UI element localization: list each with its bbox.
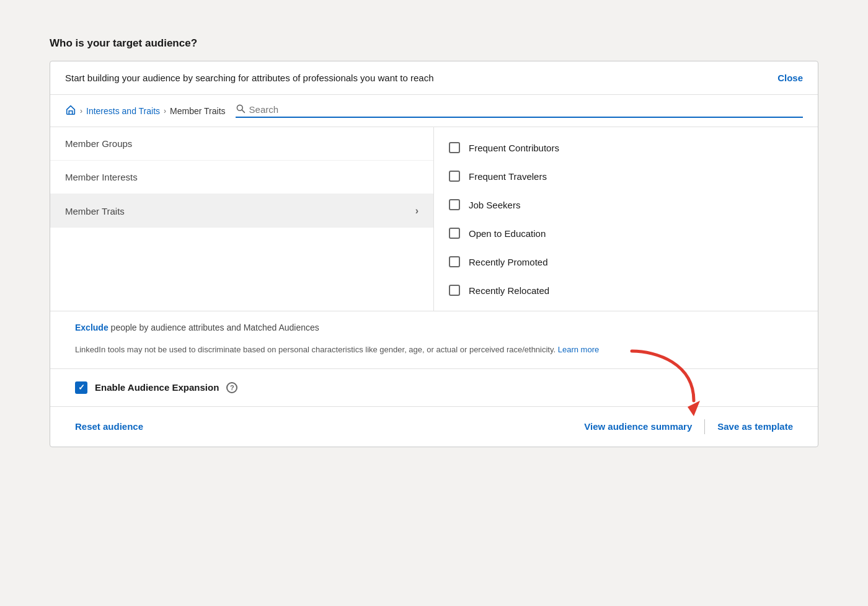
label-open-to-education: Open to Education xyxy=(469,228,546,239)
footer-separator xyxy=(704,419,705,434)
audience-panel: Start building your audience by searchin… xyxy=(50,61,818,447)
left-item-member-traits[interactable]: Member Traits › xyxy=(50,194,433,228)
home-icon[interactable] xyxy=(65,104,76,118)
left-item-member-traits-label: Member Traits xyxy=(65,206,125,216)
label-frequent-contributors: Frequent Contributors xyxy=(469,143,559,153)
right-panel: Frequent Contributors Frequent Travelers… xyxy=(434,127,818,311)
left-item-member-groups[interactable]: Member Groups xyxy=(50,127,433,161)
info-icon[interactable]: ? xyxy=(226,382,237,393)
footer-row: Reset audience View audience summary Sav… xyxy=(50,407,818,447)
breadcrumb-arrow-2: › xyxy=(164,107,166,115)
checkbox-frequent-travelers[interactable] xyxy=(449,171,460,182)
expansion-row: ✓ Enable Audience Expansion ? xyxy=(50,369,818,406)
expansion-label: Enable Audience Expansion xyxy=(95,382,219,393)
panel-header-text: Start building your audience by searchin… xyxy=(65,73,434,83)
panel-header: Start building your audience by searchin… xyxy=(50,61,818,95)
left-item-member-interests[interactable]: Member Interests xyxy=(50,161,433,194)
save-template-button[interactable]: Save as template xyxy=(717,421,793,432)
breadcrumb-interests[interactable]: Interests and Traits xyxy=(86,106,160,116)
breadcrumb-arrow-1: › xyxy=(80,107,82,115)
breadcrumb-bar: › Interests and Traits › Member Traits xyxy=(50,95,818,127)
exclude-row-text: people by audience attributes and Matche… xyxy=(111,323,319,332)
checkbox-frequent-contributors[interactable] xyxy=(449,142,460,153)
view-summary-button[interactable]: View audience summary xyxy=(584,421,692,432)
option-open-to-education[interactable]: Open to Education xyxy=(434,219,818,247)
content-area: Member Groups Member Interests Member Tr… xyxy=(50,127,818,311)
expansion-checkbox[interactable]: ✓ xyxy=(75,381,87,394)
left-panel: Member Groups Member Interests Member Tr… xyxy=(50,127,434,311)
label-frequent-travelers: Frequent Travelers xyxy=(469,171,547,182)
option-recently-relocated[interactable]: Recently Relocated xyxy=(434,276,818,305)
search-icon xyxy=(236,104,246,115)
option-recently-promoted[interactable]: Recently Promoted xyxy=(434,247,818,276)
option-job-seekers[interactable]: Job Seekers xyxy=(434,190,818,219)
label-recently-promoted: Recently Promoted xyxy=(469,257,548,267)
option-frequent-contributors[interactable]: Frequent Contributors xyxy=(434,133,818,162)
exclude-link[interactable]: Exclude xyxy=(75,323,108,332)
checkbox-recently-relocated[interactable] xyxy=(449,285,460,296)
disclaimer: LinkedIn tools may not be used to discri… xyxy=(50,341,818,368)
label-job-seekers: Job Seekers xyxy=(469,200,520,210)
breadcrumb-current: Member Traits xyxy=(170,106,225,116)
svg-line-1 xyxy=(242,110,244,112)
option-frequent-travelers[interactable]: Frequent Travelers xyxy=(434,162,818,190)
page-container: Who is your target audience? Start build… xyxy=(25,25,843,472)
search-input[interactable] xyxy=(249,104,435,115)
footer-right: View audience summary Save as template xyxy=(584,419,793,434)
learn-more-link[interactable]: Learn more xyxy=(558,345,599,354)
checkbox-open-to-education[interactable] xyxy=(449,228,460,239)
checkbox-job-seekers[interactable] xyxy=(449,199,460,210)
search-container xyxy=(236,104,803,118)
checkbox-recently-promoted[interactable] xyxy=(449,256,460,267)
label-recently-relocated: Recently Relocated xyxy=(469,285,549,296)
exclude-row: Exclude people by audience attributes an… xyxy=(50,311,818,341)
reset-audience-button[interactable]: Reset audience xyxy=(75,421,143,432)
page-title: Who is your target audience? xyxy=(50,37,818,50)
checkmark-icon: ✓ xyxy=(78,383,85,392)
chevron-right-icon: › xyxy=(415,205,418,216)
close-button[interactable]: Close xyxy=(777,73,803,83)
disclaimer-text: LinkedIn tools may not be used to discri… xyxy=(75,345,558,354)
